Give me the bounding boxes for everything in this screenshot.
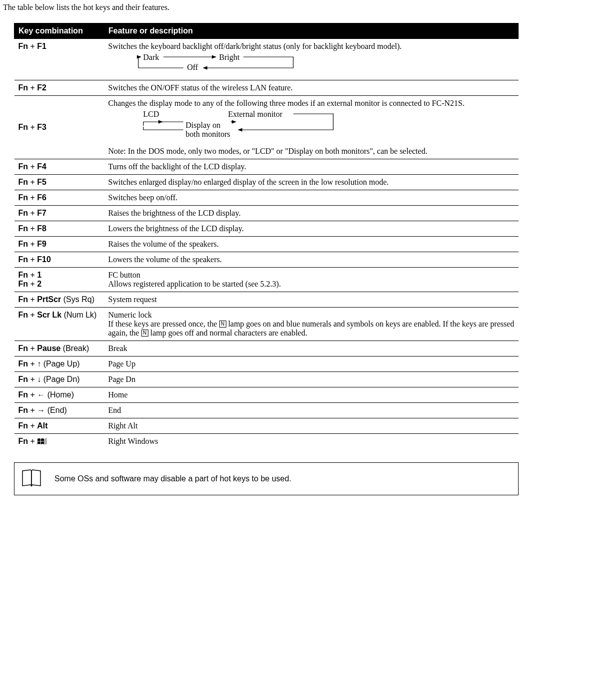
desc-fn-prtscr: System request (104, 292, 519, 308)
windows-logo-icon (37, 437, 48, 446)
desc-note: Note: In the DOS mode, only two modes, o… (108, 147, 515, 156)
desc-fn-f4: Turns off the backlight of the LCD displ… (104, 159, 519, 175)
desc-text: End (108, 406, 515, 415)
key-fn-f2: Fn + F2 (14, 80, 104, 96)
table-row: Fn + 1 Fn + 2 FC button Allows registere… (14, 268, 519, 292)
desc-text: Raises the volume of the speakers. (108, 240, 515, 249)
key-fn-f5: Fn + F5 (14, 175, 104, 190)
key-paren: (Page Up) (41, 359, 79, 368)
table-row: Fn + F2 Switches the ON/OFF status of th… (14, 80, 519, 96)
key-fn-down: Fn + ↓ (Page Dn) (14, 372, 104, 387)
key-paren: (Home) (45, 390, 74, 399)
desc-text: Raises the brightness of the LCD display… (108, 209, 515, 218)
key-fn-up: Fn + ↑ (Page Up) (14, 356, 104, 372)
numlock-lamp-icon: N (219, 321, 226, 328)
table-row: Fn + F8Lowers the brightness of the LCD … (14, 221, 519, 237)
key-fn-pause: Fn + Pause (Break) (14, 341, 104, 356)
desc-fn-down: Page Dn (104, 372, 519, 387)
key-fn-left: Fn + ← (Home) (14, 387, 104, 403)
desc-text: System request (108, 295, 515, 304)
book-icon (20, 468, 42, 490)
desc-span: lamp goes off and normal characters are … (150, 329, 307, 337)
desc-text: Page Dn (108, 375, 515, 384)
desc-fn-f3: Changes the display mode to any of the f… (104, 96, 519, 159)
desc-text: Numeric lock (108, 311, 515, 320)
desc-fn-f6: Switches beep on/off. (104, 190, 519, 206)
desc-fn-f9: Raises the volume of the speakers. (104, 237, 519, 252)
table-row: Fn + F3 Changes the display mode to any … (14, 96, 519, 159)
intro-text: The table below lists the hot keys and t… (3, 3, 609, 12)
hotkey-table: Key combination Feature or description F… (14, 23, 519, 449)
key-fn-1: Fn + 1 (18, 271, 100, 280)
key-fn-scrlk: Fn + Scr Lk (Num Lk) (14, 308, 104, 341)
footnote-text: Some OSs and software may disable a part… (54, 474, 291, 483)
key-fn-1-2: Fn + 1 Fn + 2 (14, 268, 104, 292)
desc-text: FC button (108, 271, 515, 280)
table-row: Fn + ← (Home) Home (14, 387, 519, 403)
key-paren: (End) (45, 406, 67, 414)
table-row: Fn + F1 Switches the keyboard backlight … (14, 39, 519, 80)
table-row: Fn + F4Turns off the backlight of the LC… (14, 159, 519, 175)
key-fn-f6: Fn + F6 (14, 190, 104, 206)
key-fn-right: Fn + → (End) (14, 403, 104, 418)
cycle-arrows-icon (108, 53, 318, 77)
desc-text: Break (108, 344, 515, 353)
desc-fn-f10: Lowers the volume of the speakers. (104, 252, 519, 268)
desc-span: If these keys are pressed once, the (108, 320, 219, 328)
desc-text: Switches the ON/OFF status of the wirele… (108, 83, 515, 92)
arrow-left-icon: ← (37, 390, 45, 399)
desc-text: Page Up (108, 359, 515, 368)
table-row: Fn + F9Raises the volume of the speakers… (14, 237, 519, 252)
numlock-lamp-icon: N (141, 330, 148, 337)
display-mode-diagram: LCD External monitor Display on both mon… (108, 110, 343, 147)
table-row: Fn + Scr Lk (Num Lk) Numeric lock If the… (14, 308, 519, 341)
desc-text: Switches the keyboard backlight off/dark… (108, 42, 515, 51)
desc-text: Switches enlarged display/no enlarged di… (108, 178, 515, 187)
table-row: Fn + → (End) End (14, 403, 519, 418)
desc-text: Turns off the backlight of the LCD displ… (108, 162, 515, 171)
desc-text: Home (108, 390, 515, 399)
desc-fn-scrlk: Numeric lock If these keys are pressed o… (104, 308, 519, 341)
desc-fn-up: Page Up (104, 356, 519, 372)
desc-fn-alt: Right Alt (104, 418, 519, 434)
table-row: Fn + F7Raises the brightness of the LCD … (14, 206, 519, 221)
key-fn-f3: Fn + F3 (14, 96, 104, 159)
desc-text: Switches beep on/off. (108, 193, 515, 202)
cycle-arrows-icon (108, 110, 343, 147)
desc-fn-right: End (104, 403, 519, 418)
desc-text: Changes the display mode to any of the f… (108, 99, 515, 108)
key-fn-prtscr: Fn + PrtScr (Sys Rq) (14, 292, 104, 308)
desc-text: Right Alt (108, 421, 515, 430)
table-row: Fn + AltRight Alt (14, 418, 519, 434)
desc-fn-left: Home (104, 387, 519, 403)
key-fn-f1: Fn + F1 (14, 39, 104, 80)
table-row: Fn + F10Lowers the volume of the speaker… (14, 252, 519, 268)
table-row: Fn + ↑ (Page Up) Page Up (14, 356, 519, 372)
table-row: Fn + F5Switches enlarged display/no enla… (14, 175, 519, 190)
desc-text: Allows registered application to be star… (108, 280, 515, 289)
desc-text: Right Windows (108, 437, 515, 446)
desc-fn-pause: Break (104, 341, 519, 356)
desc-fn-f8: Lowers the brightness of the LCD display… (104, 221, 519, 237)
footnote-box: Some OSs and software may disable a part… (14, 462, 519, 495)
arrow-right-icon: → (37, 406, 45, 414)
key-paren: (Page Dn) (41, 375, 79, 383)
desc-fn-f5: Switches enlarged display/no enlarged di… (104, 175, 519, 190)
table-row: Fn + F6Switches beep on/off. (14, 190, 519, 206)
key-fn-f8: Fn + F8 (14, 221, 104, 237)
desc-text: Lowers the brightness of the LCD display… (108, 224, 515, 233)
table-row: Fn + Pause (Break)Break (14, 341, 519, 356)
backlight-cycle-diagram: Dark Bright Off (108, 53, 318, 77)
desc-text: If these keys are pressed once, the N la… (108, 320, 515, 338)
key-fn-f4: Fn + F4 (14, 159, 104, 175)
desc-fn-f2: Switches the ON/OFF status of the wirele… (104, 80, 519, 96)
header-key: Key combination (14, 23, 104, 39)
key-fn-win: Fn + (14, 434, 104, 449)
desc-fn-1-2: FC button Allows registered application … (104, 268, 519, 292)
header-feature: Feature or description (104, 23, 519, 39)
table-row: Fn + ↓ (Page Dn) Page Dn (14, 372, 519, 387)
key-fn-f9: Fn + F9 (14, 237, 104, 252)
desc-fn-win: Right Windows (104, 434, 519, 449)
desc-fn-f7: Raises the brightness of the LCD display… (104, 206, 519, 221)
key-fn-f7: Fn + F7 (14, 206, 104, 221)
